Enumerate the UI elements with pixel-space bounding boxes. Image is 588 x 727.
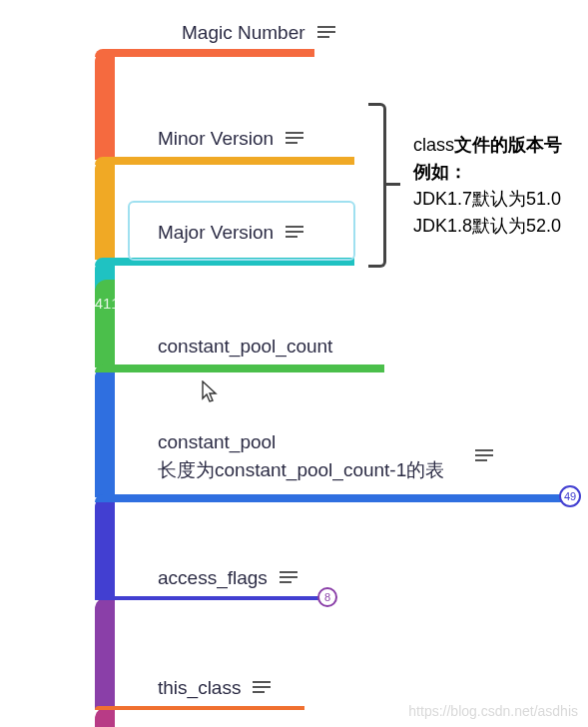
notes-icon — [280, 571, 297, 586]
branch-magic — [95, 49, 314, 57]
notes-icon — [317, 26, 335, 41]
node-cpcount: constant_pool_count — [158, 336, 332, 358]
node-sublabel: 长度为constant_pool_count-1的表 — [158, 457, 493, 483]
node-label: constant_pool — [158, 431, 276, 453]
anno-2: 例如： — [413, 159, 562, 186]
notes-icon — [286, 226, 303, 241]
badge-value: 49 — [564, 490, 576, 502]
anno-3: JDK1.7默认为51.0 — [413, 186, 562, 213]
node-access-flags: access_flags — [158, 567, 297, 589]
node-cpool: constant_pool 长度为constant_pool_count-1的表 — [158, 431, 493, 483]
branch-access — [95, 596, 319, 600]
node-minor-version: Minor Version — [158, 128, 303, 150]
branch-minor — [95, 157, 354, 165]
watermark-blog: https://blog.csdn.net/asdhis — [408, 703, 578, 719]
node-this-class: this_class — [158, 677, 271, 699]
anno-1a: class — [413, 135, 454, 155]
spine-blue — [95, 365, 115, 497]
node-major-version: Major Version — [158, 222, 303, 244]
node-magic-number: Magic Number — [182, 22, 335, 44]
node-label: constant_pool_count — [158, 336, 332, 358]
branch-cpool — [95, 494, 564, 502]
version-bracket-mid — [386, 183, 400, 186]
spine-orange — [95, 50, 115, 160]
spine-magenta — [95, 707, 115, 727]
version-bracket — [368, 103, 386, 268]
anno-1b: 文件的版本号 — [454, 135, 562, 155]
watermark-video: 14411523308893728|正在观看视频 — [78, 295, 313, 314]
spine-green — [95, 280, 115, 367]
cursor-icon — [202, 380, 220, 404]
notes-icon — [253, 681, 271, 696]
spine-purple — [95, 597, 115, 709]
node-label: access_flags — [158, 567, 268, 589]
branch-thisclass — [95, 706, 304, 710]
badge-cpool: 49 — [559, 485, 581, 507]
anno-4: JDK1.8默认为52.0 — [413, 213, 562, 240]
badge-access: 8 — [317, 587, 337, 607]
badge-value: 8 — [324, 591, 330, 603]
node-label: Major Version — [158, 222, 274, 244]
version-annotation: class文件的版本号 例如： JDK1.7默认为51.0 JDK1.8默认为5… — [413, 132, 562, 240]
notes-icon — [286, 132, 303, 147]
node-label: Minor Version — [158, 128, 274, 150]
branch-cpcount — [95, 364, 384, 372]
classfile-structure-diagram: Magic Number Minor Version Major Version… — [0, 0, 588, 727]
node-label: this_class — [158, 677, 241, 699]
node-label: Magic Number — [182, 22, 305, 44]
spine-indigo — [95, 495, 115, 599]
spine-amber — [95, 158, 115, 260]
notes-icon — [475, 449, 493, 464]
